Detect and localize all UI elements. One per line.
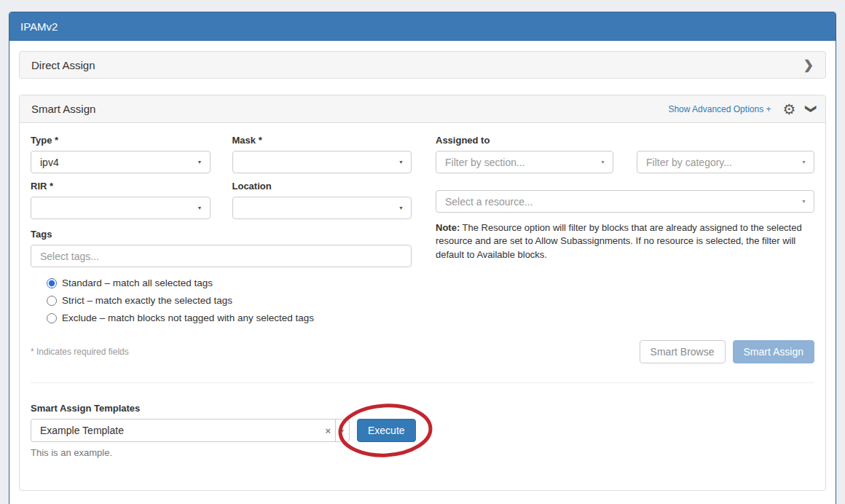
resource-select[interactable]: Select a resource... ▼ <box>436 190 814 213</box>
caret-down-icon: ▼ <box>197 205 203 210</box>
radio-standard[interactable]: Standard – match all selected tags <box>47 277 412 288</box>
tag-match-radios: Standard – match all selected tags Stric… <box>47 277 412 323</box>
filter-category-placeholder: Filter by category... <box>646 157 732 168</box>
assigned-to-label: Assigned to <box>436 135 814 146</box>
page: IPAMv2 Direct Assign ❯ Smart Assign Show… <box>0 0 845 504</box>
templates-label: Smart Assign Templates <box>31 403 814 414</box>
rir-label: RIR * <box>31 181 211 192</box>
template-select-caret[interactable]: ▼ <box>335 420 349 441</box>
filter-category-select[interactable]: Filter by category... ▼ <box>637 151 814 173</box>
note-text: The Resource option will filter by block… <box>436 222 802 260</box>
app-title: IPAMv2 <box>20 20 58 33</box>
resource-select-placeholder: Select a resource... <box>445 196 533 208</box>
smart-assign-button[interactable]: Smart Assign <box>733 340 814 363</box>
tags-label: Tags <box>31 229 412 240</box>
execute-button[interactable]: Execute <box>357 419 416 442</box>
radio-exclude-input[interactable] <box>47 313 57 323</box>
radio-strict-label[interactable]: Strict – match exactly the selected tags <box>62 295 232 306</box>
gear-icon[interactable]: ⚙ <box>782 102 795 117</box>
mask-label: Mask * <box>232 135 412 146</box>
caret-down-icon: ▼ <box>197 160 203 165</box>
ipam-panel-header: IPAMv2 <box>9 12 836 41</box>
section-divider <box>31 382 814 383</box>
direct-assign-title: Direct Assign <box>31 59 95 71</box>
radio-exclude-label[interactable]: Exclude – match blocks not tagged with a… <box>62 312 314 323</box>
templates-section: Smart Assign Templates Example Template … <box>31 403 814 458</box>
type-label: Type * <box>31 135 211 146</box>
chevron-down-icon[interactable]: ❯ <box>806 104 817 114</box>
direct-assign-panel-header[interactable]: Direct Assign ❯ <box>19 51 826 79</box>
smart-assign-title: Smart Assign <box>31 103 95 115</box>
smart-browse-button[interactable]: Smart Browse <box>640 340 726 363</box>
smart-assign-body: Type * ipv4 ▼ Mask * <box>20 123 825 490</box>
filter-section-select[interactable]: Filter by section... ▼ <box>436 151 613 173</box>
ipam-panel: IPAMv2 Direct Assign ❯ Smart Assign Show… <box>9 12 836 504</box>
smart-assign-panel-header: Smart Assign Show Advanced Options + ⚙ ❯ <box>20 95 825 123</box>
required-fields-note: * Indicates required fields <box>31 347 129 357</box>
type-select-value: ipv4 <box>40 157 59 168</box>
caret-down-icon: ▼ <box>801 199 806 204</box>
radio-standard-label[interactable]: Standard – match all selected tags <box>62 277 213 288</box>
note-prefix: Note: <box>436 222 460 233</box>
radio-exclude[interactable]: Exclude – match blocks not tagged with a… <box>47 312 412 323</box>
radio-strict-input[interactable] <box>47 296 57 306</box>
filter-section-placeholder: Filter by section... <box>445 157 525 168</box>
mask-select[interactable]: ▼ <box>232 151 412 173</box>
show-advanced-options-link[interactable]: Show Advanced Options + <box>668 104 771 114</box>
rir-select[interactable]: ▼ <box>31 197 211 219</box>
type-select[interactable]: ipv4 ▼ <box>31 151 211 173</box>
radio-strict[interactable]: Strict – match exactly the selected tags <box>47 295 412 306</box>
resource-note: Note: The Resource option will filter by… <box>436 221 814 261</box>
tags-input[interactable] <box>31 245 412 267</box>
chevron-right-icon[interactable]: ❯ <box>803 59 814 71</box>
caret-down-icon: ▼ <box>801 160 806 165</box>
template-select-value: Example Template <box>31 425 321 436</box>
caret-down-icon: ▼ <box>600 160 605 165</box>
ipam-panel-body: Direct Assign ❯ Smart Assign Show Advanc… <box>9 41 836 501</box>
caret-down-icon: ▼ <box>398 160 404 165</box>
template-select[interactable]: Example Template × ▼ <box>31 419 350 442</box>
smart-assign-panel: Smart Assign Show Advanced Options + ⚙ ❯ <box>19 95 826 491</box>
location-select[interactable]: ▼ <box>232 197 412 219</box>
radio-standard-input[interactable] <box>47 278 57 288</box>
location-label: Location <box>232 181 412 192</box>
caret-down-icon: ▼ <box>398 205 404 210</box>
clear-selection-icon[interactable]: × <box>321 425 335 436</box>
caret-down-icon: ▼ <box>340 428 345 433</box>
template-description: This is an example. <box>31 447 814 458</box>
